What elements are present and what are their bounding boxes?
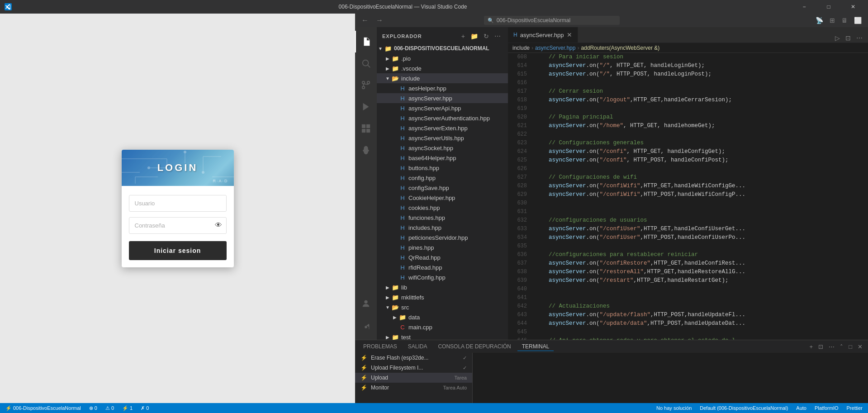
maximize-button[interactable]: □ bbox=[818, 0, 839, 14]
tree-item-asyncServerUtils[interactable]: H asyncServerUtils.hpp bbox=[377, 133, 508, 143]
sidebar-refresh-icon[interactable]: ↻ bbox=[482, 32, 491, 41]
terminal-more-icon[interactable]: ⋯ bbox=[827, 342, 836, 351]
tree-label-peticionesServidor: peticionesServidor.hpp bbox=[408, 234, 468, 241]
terminal-task-list: ⚡ Erase Flash (esp32de... ✓ ⚡ Upload Fil… bbox=[355, 353, 473, 403]
code-line-644: asyncServer.on("/update/data",HTTP_POST,… bbox=[535, 319, 863, 328]
tree-root-folder[interactable]: ▼ 📁 006-DISPOSITIVOESCUELANORMAL bbox=[377, 43, 508, 53]
status-no-solution[interactable]: No hay solución bbox=[655, 405, 693, 411]
terminal-text[interactable] bbox=[473, 353, 868, 403]
status-check[interactable]: ✗ 0 bbox=[139, 405, 151, 411]
tree-item-asyncServerAuth[interactable]: H asyncServerAuthentication.hpp bbox=[377, 113, 508, 123]
status-prettier[interactable]: Prettier bbox=[845, 405, 864, 411]
monitor-icon[interactable]: 🖥 bbox=[840, 16, 849, 25]
code-line-622 bbox=[535, 130, 863, 139]
tree-item-aesHelper[interactable]: H aesHelper.hpp bbox=[377, 83, 508, 93]
tree-item-asyncServerApi[interactable]: H asyncServerApi.hpp bbox=[377, 103, 508, 113]
tree-item-configSave[interactable]: H configSave.hpp bbox=[377, 183, 508, 193]
status-platformio[interactable]: PlatformIO bbox=[813, 405, 840, 411]
run-activity-icon[interactable] bbox=[355, 96, 377, 118]
tree-item-cookies[interactable]: H cookies.hpp bbox=[377, 203, 508, 213]
tab-close-icon[interactable]: ✕ bbox=[567, 31, 572, 38]
split-editor-icon[interactable]: ⊡ bbox=[844, 33, 853, 43]
terminal-add-icon[interactable]: + bbox=[808, 342, 815, 351]
sidebar-new-file-icon[interactable]: + bbox=[460, 32, 467, 41]
sidebar-new-folder-icon[interactable]: 📁 bbox=[469, 32, 480, 41]
tab-asyncServer-hpp[interactable]: H asyncServer.hpp ✕ bbox=[508, 27, 578, 43]
tree-label-data: data bbox=[408, 314, 420, 321]
tree-item-base64Helper[interactable]: H base64Helper.hpp bbox=[377, 153, 508, 163]
tree-item-test[interactable]: ▶ 📁 test bbox=[377, 332, 508, 340]
code-line-629: asyncServer.on("/confiWifi",HTTP_POST,ha… bbox=[535, 190, 863, 199]
more-editor-icon[interactable]: ⋯ bbox=[854, 33, 864, 43]
nav-forward-button[interactable]: → bbox=[374, 15, 385, 25]
tab-consola-depuracion[interactable]: CONSOLA DE DEPURACIÓN bbox=[433, 342, 515, 351]
nav-back-button[interactable]: ← bbox=[360, 15, 370, 25]
tree-item-asyncServerExten[interactable]: H asyncServerExten.hpp bbox=[377, 123, 508, 133]
tree-item-vscode[interactable]: ▶ 📁 .vscode bbox=[377, 63, 508, 73]
login-button[interactable]: Iniciar sesion bbox=[129, 241, 227, 260]
breadcrumb-part-func[interactable]: addRouters(AsyncWebServer &) bbox=[581, 45, 659, 51]
tree-item-buttons[interactable]: H buttons.hpp bbox=[377, 163, 508, 173]
tree-item-wifiConfig[interactable]: H wifiConfig.hpp bbox=[377, 272, 508, 282]
terminal-task-upload[interactable]: ⚡ Upload Tarea bbox=[355, 373, 472, 383]
debug-activity-icon[interactable] bbox=[355, 139, 377, 161]
tree-item-lib[interactable]: ▶ 📁 lib bbox=[377, 282, 508, 292]
tree-item-QrRead[interactable]: H QrRead.hpp bbox=[377, 252, 508, 262]
breadcrumb-part-include[interactable]: include bbox=[512, 45, 530, 51]
extensions-activity-icon[interactable] bbox=[355, 118, 377, 139]
tree-item-asyncSocket[interactable]: H asyncSocket.hpp bbox=[377, 143, 508, 153]
run-editor-icon[interactable]: ▷ bbox=[833, 33, 842, 43]
settings-activity-icon[interactable] bbox=[355, 316, 377, 338]
tree-item-src[interactable]: ▼ 📂 src bbox=[377, 302, 508, 312]
tab-problemas[interactable]: PROBLEMAS bbox=[359, 342, 402, 351]
layout-icon[interactable]: ⊞ bbox=[828, 16, 837, 25]
status-auto[interactable]: Auto bbox=[794, 405, 808, 411]
terminal-max-icon[interactable]: □ bbox=[847, 342, 854, 351]
username-input[interactable] bbox=[129, 195, 227, 212]
status-errors[interactable]: ⊗ 0 bbox=[87, 405, 99, 411]
code-editor[interactable]: 6086146156166176186196206216226236246256… bbox=[508, 53, 868, 340]
account-activity-icon[interactable] bbox=[355, 293, 377, 314]
close-button[interactable]: ✕ bbox=[843, 0, 863, 14]
code-line-608: // Para iniciar sesion bbox=[535, 53, 863, 62]
tree-item-peticionesServidor[interactable]: H peticionesServidor.hpp bbox=[377, 233, 508, 242]
tab-salida[interactable]: SALIDA bbox=[403, 342, 432, 351]
tree-item-rfidRead[interactable]: H rfidRead.hpp bbox=[377, 262, 508, 272]
tab-terminal[interactable]: TERMINAL bbox=[517, 342, 554, 351]
tree-item-pio[interactable]: ▶ 📁 .pio bbox=[377, 53, 508, 63]
tree-item-asyncServer[interactable]: H asyncServer.hpp bbox=[377, 93, 508, 103]
password-input[interactable] bbox=[129, 217, 227, 234]
status-remote[interactable]: ⚡ 006-DispositivoEscuelaNormal bbox=[4, 405, 83, 411]
sidebar-more-icon[interactable]: ⋯ bbox=[493, 32, 503, 41]
tree-item-include[interactable]: ▼ 📂 include bbox=[377, 73, 508, 83]
tree-item-funciones[interactable]: H funciones.hpp bbox=[377, 213, 508, 223]
status-sync[interactable]: ⚡ 1 bbox=[120, 405, 134, 411]
explorer-activity-icon[interactable] bbox=[355, 31, 377, 52]
vscode-search-bar[interactable]: 🔍 006-DispositivoEscuelaNormal bbox=[484, 16, 620, 25]
terminal-task-upload-fs[interactable]: ⚡ Upload Filesystem I... ✓ bbox=[355, 363, 472, 373]
source-control-activity-icon[interactable] bbox=[355, 74, 377, 96]
code-line-623: // Configuraciones generales bbox=[535, 139, 863, 147]
browser-background: LOGIN R·A·D 👁 Iniciar sesion bbox=[0, 14, 355, 403]
minimize-button[interactable]: − bbox=[794, 0, 815, 14]
terminal-task-monitor[interactable]: ⚡ Monitor Tarea Auto bbox=[355, 383, 472, 393]
tree-item-config[interactable]: H config.hpp bbox=[377, 173, 508, 183]
tree-item-main-cpp[interactable]: C main.cpp bbox=[377, 322, 508, 332]
terminal-task-erase-flash[interactable]: ⚡ Erase Flash (esp32de... ✓ bbox=[355, 353, 472, 363]
tree-item-mklittlefs[interactable]: ▶ 📁 mklittlefs bbox=[377, 292, 508, 302]
tree-item-includes[interactable]: H includes.hpp bbox=[377, 223, 508, 233]
search-activity-icon[interactable] bbox=[355, 52, 377, 74]
terminal-min-icon[interactable]: ˄ bbox=[838, 342, 845, 351]
password-toggle-icon[interactable]: 👁 bbox=[215, 221, 222, 229]
tree-item-cookieHelper[interactable]: H CookieHelper.hpp bbox=[377, 193, 508, 203]
status-default-profile[interactable]: Default (006-DispositivoEscuelaNormal) bbox=[698, 405, 790, 411]
broadcast-icon[interactable]: 📡 bbox=[814, 16, 825, 25]
terminal-split-icon[interactable]: ⊡ bbox=[816, 342, 825, 351]
file-tree-scroll[interactable]: ▼ 📁 006-DISPOSITIVOESCUELANORMAL ▶ 📁 .pi… bbox=[377, 43, 508, 340]
tree-item-data[interactable]: ▶ 📁 data bbox=[377, 312, 508, 322]
sidebar-toggle-icon[interactable]: ⬜ bbox=[852, 16, 863, 25]
tree-item-pines[interactable]: H pines.hpp bbox=[377, 242, 508, 252]
breadcrumb-part-file[interactable]: asyncServer.hpp bbox=[535, 45, 575, 51]
terminal-close-icon[interactable]: ✕ bbox=[856, 342, 864, 351]
status-warnings[interactable]: ⚠ 0 bbox=[104, 405, 116, 411]
